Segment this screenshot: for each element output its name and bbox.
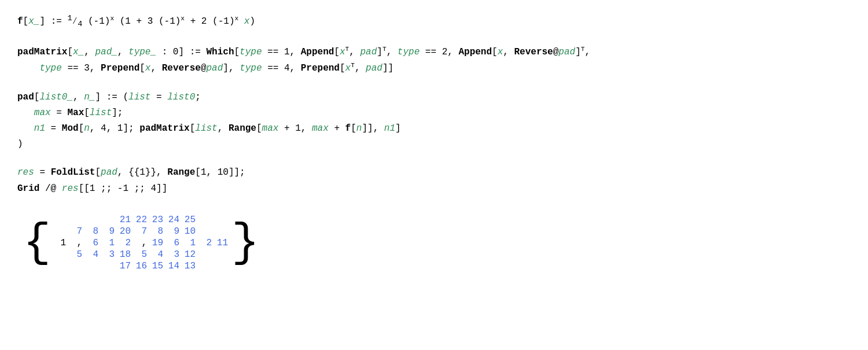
grid-row-4: 5 4 3 18 5 4 3 12 bbox=[52, 249, 230, 260]
grid-cell: 25 bbox=[182, 214, 198, 226]
grid-row-3: 1 , 6 1 2 , 19 6 1 2 11 bbox=[52, 237, 230, 249]
grid-inner: 21 22 23 24 25 7 8 9 20 7 8 9 10 bbox=[52, 214, 230, 272]
f-definition-section: f[x_] := 1∕4 (-1)x (1 + 3 (-1)x + 2 (-1)… bbox=[17, 12, 851, 31]
grid-cell: 4 bbox=[84, 249, 101, 260]
grid-cell: 22 bbox=[133, 214, 149, 226]
grid-cell: 4 bbox=[149, 249, 165, 260]
padmatrix-section: padMatrix[x_, pad_, type_ : 0] := Which[… bbox=[17, 44, 851, 77]
grid-cell bbox=[68, 214, 84, 226]
grid-cell bbox=[84, 214, 101, 226]
pad-line4: ) bbox=[17, 137, 851, 152]
grid-row-5: 17 16 15 14 13 bbox=[52, 260, 230, 272]
f-func: f bbox=[17, 16, 23, 27]
grid-cell: 20 bbox=[117, 226, 133, 237]
right-brace: } bbox=[231, 220, 259, 266]
x-var: x_ bbox=[28, 16, 39, 27]
pad-line2: max = Max[list]; bbox=[17, 105, 851, 121]
grid-cell: 3 bbox=[165, 249, 182, 260]
grid-cell-black: , bbox=[68, 237, 84, 249]
pad-line1: pad[list0_, n_] := (list = list0; bbox=[17, 90, 851, 105]
grid-cell bbox=[52, 249, 68, 260]
grid-cell: 10 bbox=[182, 226, 198, 237]
grid-cell: 1 bbox=[101, 237, 117, 249]
grid-cell: 9 bbox=[101, 226, 117, 237]
grid-cell bbox=[52, 214, 68, 226]
grid-cell bbox=[68, 260, 84, 272]
grid-wrapper: { 21 22 23 24 25 7 bbox=[23, 214, 259, 272]
x-var2: x bbox=[244, 16, 250, 27]
grid-cell: 9 bbox=[165, 226, 182, 237]
padmatrix-func: padMatrix bbox=[17, 47, 67, 57]
grid-cell: 11 bbox=[214, 237, 230, 249]
res-line2: Grid /@ res[[1 ;; -1 ;; 4]] bbox=[17, 181, 851, 197]
padmatrix-line1: padMatrix[x_, pad_, type_ : 0] := Which[… bbox=[17, 44, 851, 61]
grid-cell: 6 bbox=[165, 237, 182, 249]
grid-cell: 18 bbox=[117, 249, 133, 260]
grid-cell-black: 1 bbox=[52, 237, 68, 249]
grid-cell: 3 bbox=[101, 249, 117, 260]
grid-cell: 24 bbox=[165, 214, 182, 226]
grid-cell: 7 bbox=[68, 226, 84, 237]
grid-cell: 17 bbox=[117, 260, 133, 272]
grid-cell: 12 bbox=[182, 249, 198, 260]
res-line1: res = FoldList[pad, {{1}}, Range[1, 10]]… bbox=[17, 165, 851, 180]
grid-cell: 15 bbox=[149, 260, 165, 272]
grid-cell bbox=[52, 260, 68, 272]
grid-cell bbox=[52, 226, 68, 237]
grid-cell: 8 bbox=[84, 226, 101, 237]
grid-cell: 21 bbox=[117, 214, 133, 226]
padmatrix-line2: type == 3, Prepend[x, Reverse@pad], type… bbox=[17, 60, 851, 77]
grid-cell: 5 bbox=[133, 249, 149, 260]
grid-output-section: { 21 22 23 24 25 7 bbox=[17, 209, 851, 272]
f-definition-line: f[x_] := 1∕4 (-1)x (1 + 3 (-1)x + 2 (-1)… bbox=[17, 12, 851, 31]
left-brace: { bbox=[23, 220, 51, 266]
grid-cell: 6 bbox=[84, 237, 101, 249]
pad-line3: n1 = Mod[n, 4, 1]; padMatrix[list, Range… bbox=[17, 121, 851, 137]
grid-cell: 14 bbox=[165, 260, 182, 272]
grid-cell: 5 bbox=[68, 249, 84, 260]
grid-cell bbox=[101, 260, 117, 272]
grid-cell-black: , bbox=[133, 237, 149, 249]
grid-cell: 19 bbox=[149, 237, 165, 249]
grid-cell: 16 bbox=[133, 260, 149, 272]
grid-row-1: 21 22 23 24 25 bbox=[52, 214, 230, 226]
grid-cell: 1 bbox=[182, 237, 198, 249]
grid-cell bbox=[101, 214, 117, 226]
pad-section: pad[list0_, n_] := (list = list0; max = … bbox=[17, 90, 851, 153]
grid-cell: 13 bbox=[182, 260, 198, 272]
grid-row-2: 7 8 9 20 7 8 9 10 bbox=[52, 226, 230, 237]
res-section: res = FoldList[pad, {{1}}, Range[1, 10]]… bbox=[17, 165, 851, 196]
grid-cell: 2 bbox=[198, 237, 214, 249]
grid-cell: 8 bbox=[149, 226, 165, 237]
grid-cell: 7 bbox=[133, 226, 149, 237]
grid-cell: 23 bbox=[149, 214, 165, 226]
grid-cell bbox=[84, 260, 101, 272]
grid-cell: 2 bbox=[117, 237, 133, 249]
code-container: f[x_] := 1∕4 (-1)x (1 + 3 (-1)x + 2 (-1)… bbox=[17, 12, 851, 272]
